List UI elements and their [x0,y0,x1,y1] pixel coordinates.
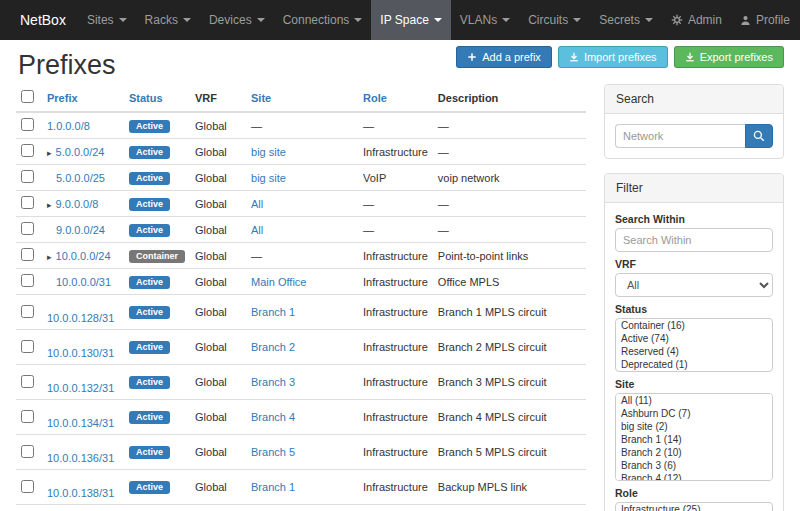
nav-item-vlans[interactable]: VLANs [451,0,519,40]
export-prefixes-button[interactable]: Export prefixes [674,46,784,68]
status-badge: Active [129,306,170,319]
row-checkbox[interactable] [21,118,34,131]
nav-item-profile[interactable]: Profile [731,0,799,40]
vrf-select[interactable]: All [615,273,773,297]
prefix-link[interactable]: 10.0.0.128/31 [47,312,114,324]
site-cell: Branch 5 [246,435,358,470]
row-checkbox[interactable] [21,410,34,423]
prefix-link[interactable]: 10.0.0.134/31 [47,417,114,429]
site-link[interactable]: Branch 1 [251,306,295,318]
filter-panel: Filter Search Within VRF All Status Cont… [604,173,784,511]
status-cell: Active [124,470,190,505]
row-checkbox[interactable] [21,222,34,235]
listbox-option[interactable]: All (11) [616,394,772,407]
column-sort-link[interactable]: Role [363,92,387,104]
column-header-description: Description [433,84,586,112]
prefix-link[interactable]: 9.0.0.0/24 [56,224,105,236]
import-prefixes-button[interactable]: Import prefixes [558,46,668,68]
prefix-cell: 10.0.0.138/31 [42,470,124,505]
site-link[interactable]: Main Office [251,276,306,288]
site-link[interactable]: big site [251,172,286,184]
row-checkbox[interactable] [21,375,34,388]
row-checkbox[interactable] [21,305,34,318]
select-all-checkbox[interactable] [21,90,34,103]
button-label: Export prefixes [700,51,773,63]
column-header-vrf: VRF [190,84,246,112]
prefix-link[interactable]: 10.0.0.132/31 [47,382,114,394]
indent-spacer [47,484,56,485]
status-listbox[interactable]: Container (16)Active (74)Reserved (4)Dep… [615,318,773,372]
row-checkbox[interactable] [21,340,34,353]
button-label: Add a prefix [482,51,541,63]
add-a-prefix-button[interactable]: Add a prefix [456,46,552,68]
listbox-option[interactable]: Deprecated (1) [616,358,772,371]
prefix-link[interactable]: 9.0.0.0/8 [56,198,99,210]
row-checkbox[interactable] [21,170,34,183]
vrf-cell: Global [190,505,246,511]
nav-menu: SitesRacksDevicesConnectionsIP SpaceVLAN… [78,0,662,40]
table-row: 10.0.0.138/31ActiveGlobalBranch 1Infrast… [16,470,586,505]
site-link[interactable]: big site [251,146,286,158]
listbox-option[interactable]: Ashburn DC (7) [616,407,772,420]
prefix-link[interactable]: 10.0.0.0/24 [56,250,111,262]
site-link[interactable]: Branch 2 [251,341,295,353]
prefix-link[interactable]: 5.0.0.0/24 [56,146,105,158]
indent-spacer [47,379,56,380]
column-sort-link[interactable]: Site [251,92,271,104]
prefix-link[interactable]: 10.0.0.136/31 [47,452,114,464]
row-checkbox[interactable] [21,144,34,157]
nav-item-devices[interactable]: Devices [200,0,274,40]
listbox-option[interactable]: Container (16) [616,319,772,332]
row-checkbox[interactable] [21,480,34,493]
nav-item-secrets[interactable]: Secrets [590,0,662,40]
site-link[interactable]: Branch 3 [251,376,295,388]
listbox-option[interactable]: Branch 4 (12) [616,472,772,481]
site-link[interactable]: Branch 5 [251,446,295,458]
status-badge: Active [129,224,170,237]
listbox-option[interactable]: Reserved (4) [616,345,772,358]
row-checkbox[interactable] [21,196,34,209]
nav-item-circuits[interactable]: Circuits [519,0,590,40]
prefix-link[interactable]: 5.0.0.0/25 [56,172,105,184]
prefix-link[interactable]: 10.0.0.138/31 [47,487,114,499]
sidebar: Search Filter Search Within V [604,84,784,511]
prefix-cell: ▸10.0.0.0/24 [42,243,124,269]
prefix-link[interactable]: 1.0.0.0/8 [47,120,90,132]
table-header-row: PrefixStatusVRFSiteRoleDescription [16,84,586,112]
search-button[interactable] [745,124,773,148]
status-filter-label: Status [615,303,773,315]
column-sort-link[interactable]: Status [129,92,163,104]
nav-item-ip-space[interactable]: IP Space [371,0,450,40]
listbox-option[interactable]: Branch 3 (6) [616,459,772,472]
prefix-link[interactable]: 10.0.0.0/31 [56,276,111,288]
prefix-cell: ▸9.0.0.0/8 [42,191,124,217]
site-link[interactable]: All [251,198,263,210]
prefix-cell: 9.0.0.0/24 [42,217,124,243]
search-input[interactable] [615,124,745,148]
role-listbox[interactable]: Infrastructure (25)Management (8)Private… [615,502,773,511]
listbox-option[interactable]: Branch 2 (10) [616,446,772,459]
row-checkbox[interactable] [21,274,34,287]
column-header-prefix: Prefix [42,84,124,112]
nav-item-racks[interactable]: Racks [136,0,200,40]
prefix-link[interactable]: 10.0.0.130/31 [47,347,114,359]
listbox-option[interactable]: Infrastructure (25) [616,503,772,511]
search-panel: Search [604,84,784,159]
site-cell: Branch 3 [246,365,358,400]
listbox-option[interactable]: Active (74) [616,332,772,345]
nav-item-admin[interactable]: Admin [662,0,731,40]
brand-link[interactable]: NetBox [8,0,78,40]
site-link[interactable]: Branch 1 [251,481,295,493]
site-link[interactable]: All [251,224,263,236]
column-sort-link[interactable]: Prefix [47,92,78,104]
listbox-option[interactable]: Branch 1 (14) [616,433,772,446]
nav-item-connections[interactable]: Connections [274,0,372,40]
row-checkbox[interactable] [21,445,34,458]
row-checkbox[interactable] [21,248,34,261]
listbox-option[interactable]: big site (2) [616,420,772,433]
description-cell: — [433,217,586,243]
site-listbox[interactable]: All (11)Ashburn DC (7)big site (2)Branch… [615,393,773,481]
nav-item-sites[interactable]: Sites [78,0,136,40]
search-within-input[interactable] [615,228,773,252]
site-link[interactable]: Branch 4 [251,411,295,423]
